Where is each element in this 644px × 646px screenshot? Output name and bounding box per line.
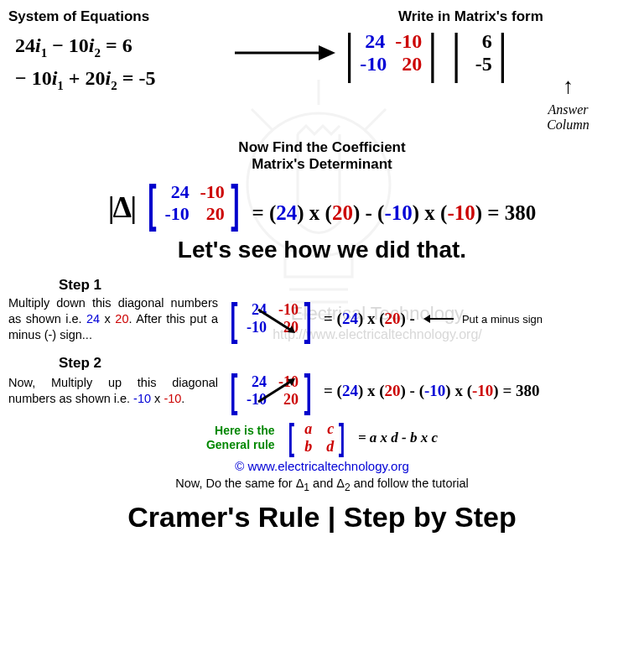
step1-text: Multiply down this diagonal numbers as s… [8, 295, 218, 343]
system-header: System of Equations [8, 8, 226, 25]
step1-header: Step 1 [59, 277, 636, 294]
copyright: © www.electricaltechnology.org [8, 459, 636, 473]
put-minus-label: Put a minus sign [462, 313, 543, 326]
step1-matrix: [ 24-10 -1020 ] [226, 301, 315, 336]
matrix-form-header: Write in Matrix's form [344, 8, 636, 25]
step1-rhs: = (24) x (20) - [324, 310, 415, 328]
step2-header: Step 2 [59, 355, 636, 372]
left-arrow-icon [423, 313, 454, 325]
page-title: Cramer's Rule | Step by Step [8, 501, 636, 534]
now-do-text: Now, Do the same for Δ1 and Δ2 and follo… [8, 477, 636, 493]
now-find-header: Now Find the CoefficientMatrix's Determi… [8, 139, 636, 173]
answer-column-label: AnswerColumn [501, 102, 636, 133]
coeff-determinant: | 24-10 -1020 | [344, 30, 438, 76]
step2-rhs: = (24) x (20) - (-10) x (-10) = 380 [324, 382, 540, 400]
svg-line-9 [258, 310, 290, 330]
svg-marker-8 [319, 45, 335, 60]
equation-2: − 10i1 + 20i2 = -5 [15, 63, 226, 96]
svg-marker-12 [423, 315, 430, 323]
arrow-icon [235, 8, 335, 64]
up-arrow-icon: ↑ [501, 76, 636, 97]
equation-1: 24i1 − 10i2 = 6 [15, 30, 226, 63]
general-rule-eq: = a x d - b x c [358, 430, 438, 446]
general-rule-row: Here is theGeneral rule [ ac bd ] = a x … [8, 420, 636, 456]
svg-line-13 [258, 382, 290, 402]
lets-see-header: Let's see how we did that. [8, 237, 636, 263]
answer-determinant: | 6 -5 | [450, 30, 507, 76]
delta-equation: |Δ| [ 24-10 -1020 ] = (24) x (20) - (-10… [8, 181, 636, 225]
step2-matrix: [ 24-10 -1020 ] [226, 373, 315, 409]
step2-text: Now, Multiply up this diagonal numbers a… [8, 375, 218, 407]
